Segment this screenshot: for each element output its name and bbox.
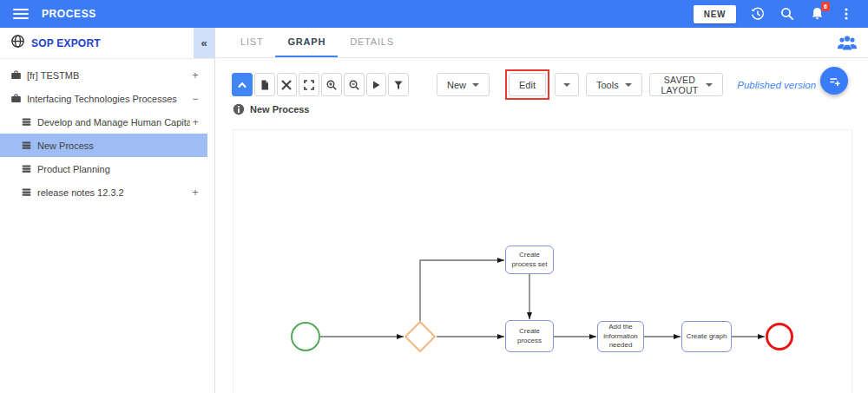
process-icon bbox=[21, 163, 32, 174]
sidebar: SOP EXPORT « [fr] TESTMB + Interfacing T… bbox=[0, 28, 215, 393]
play-icon bbox=[370, 79, 382, 91]
library-title: SOP EXPORT bbox=[31, 37, 101, 49]
flow-add-icon bbox=[828, 75, 841, 88]
fullscreen-brackets-icon bbox=[303, 79, 315, 91]
simulate-button[interactable] bbox=[366, 73, 387, 96]
new-button[interactable]: NEW bbox=[694, 5, 736, 23]
tree-item-label: Product Planning bbox=[37, 164, 110, 174]
edit-button[interactable]: Edit bbox=[509, 73, 546, 96]
app-title: PROCESS bbox=[42, 8, 96, 20]
people-group-icon bbox=[836, 35, 858, 52]
tree-item-new-process[interactable]: New Process bbox=[0, 134, 207, 157]
members-button[interactable] bbox=[833, 31, 861, 55]
export-image-button[interactable] bbox=[254, 73, 275, 96]
tree-item-product-planning[interactable]: Product Planning bbox=[0, 157, 207, 180]
tools-dropdown-button[interactable]: Tools bbox=[586, 73, 642, 96]
caret-down-icon bbox=[706, 83, 713, 87]
graph-toolbar: New Edit Tools SAVED LAYOUT Published ve… bbox=[232, 70, 816, 99]
info-icon bbox=[233, 103, 245, 115]
saved-layout-dropdown-button[interactable]: SAVED LAYOUT bbox=[649, 73, 724, 96]
end-event-node[interactable] bbox=[766, 323, 793, 350]
graph-canvas[interactable]: Create process set Create process Add th… bbox=[233, 129, 852, 393]
tools-dropdown-label: Tools bbox=[596, 80, 619, 90]
tab-bar: LIST GRAPH DETAILS bbox=[216, 28, 868, 58]
history-icon[interactable] bbox=[750, 6, 766, 22]
kebab-menu-icon[interactable] bbox=[838, 6, 854, 22]
process-tree: [fr] TESTMB + Interfacing Technologies P… bbox=[0, 59, 214, 204]
process-info-row: New Process bbox=[233, 102, 309, 116]
filter-funnel-icon bbox=[392, 79, 404, 91]
edit-highlight-box: Edit bbox=[505, 69, 549, 100]
zoom-out-button[interactable] bbox=[344, 73, 365, 96]
edit-button-label: Edit bbox=[519, 80, 536, 90]
tree-item-label: [fr] TESTMB bbox=[27, 70, 79, 81]
caret-down-icon bbox=[563, 83, 570, 87]
tree-item-label: New Process bbox=[37, 141, 94, 151]
expand-icon[interactable]: + bbox=[190, 69, 201, 82]
tree-item-interfacing-processes[interactable]: Interfacing Technologies Processes − bbox=[0, 87, 207, 110]
briefcase-icon bbox=[10, 69, 22, 81]
tab-details[interactable]: DETAILS bbox=[338, 28, 406, 57]
filter-button[interactable] bbox=[388, 73, 409, 96]
version-status-label: Published version bbox=[737, 80, 816, 90]
sidebar-collapse-button[interactable]: « bbox=[194, 28, 214, 58]
notification-count-badge: 6 bbox=[821, 2, 830, 11]
expand-icon[interactable]: + bbox=[190, 187, 201, 199]
topbar-actions: NEW 6 bbox=[694, 5, 868, 23]
process-icon bbox=[21, 140, 32, 151]
tree-item-label: Interfacing Technologies Processes bbox=[27, 94, 177, 104]
tab-list[interactable]: LIST bbox=[228, 28, 275, 57]
new-dropdown-label: New bbox=[447, 80, 466, 90]
tree-item-label: release notes 12.3.2 bbox=[37, 187, 124, 198]
tree-item-label: Develop and Manage Human Capital bbox=[37, 117, 190, 128]
saved-layout-label: SAVED LAYOUT bbox=[660, 75, 700, 95]
task-node-create-graph[interactable]: Create graph bbox=[681, 321, 732, 352]
task-node-create-process-set[interactable]: Create process set bbox=[505, 246, 554, 274]
search-icon[interactable] bbox=[779, 6, 795, 22]
process-title: New Process bbox=[250, 104, 309, 115]
sidebar-header: SOP EXPORT « bbox=[0, 28, 214, 59]
collapse-arrows-icon bbox=[280, 79, 293, 91]
caret-down-icon bbox=[625, 83, 632, 87]
zoom-in-icon bbox=[326, 79, 338, 91]
document-icon bbox=[259, 79, 271, 91]
task-node-create-process[interactable]: Create process bbox=[505, 320, 554, 352]
notifications-bell-icon[interactable]: 6 bbox=[809, 6, 825, 22]
hamburger-menu-icon[interactable] bbox=[13, 9, 29, 19]
briefcase-icon bbox=[10, 93, 22, 104]
process-icon bbox=[21, 116, 32, 128]
app-window: PROCESS NEW 6 SOP EXPORT « bbox=[0, 0, 868, 393]
caret-down-icon bbox=[472, 83, 479, 87]
fit-to-content-button[interactable] bbox=[277, 73, 298, 96]
new-dropdown-button[interactable]: New bbox=[437, 73, 490, 96]
chevron-up-icon bbox=[236, 79, 248, 91]
collapse-minus-icon[interactable]: − bbox=[190, 93, 201, 105]
expand-icon[interactable]: + bbox=[190, 116, 201, 128]
tree-item-fr-testmb[interactable]: [fr] TESTMB + bbox=[0, 63, 207, 87]
tab-graph[interactable]: GRAPH bbox=[275, 28, 338, 57]
zoom-in-button[interactable] bbox=[321, 73, 342, 96]
assign-flow-fab-button[interactable] bbox=[820, 67, 848, 95]
main-content: LIST GRAPH DETAILS bbox=[216, 28, 868, 393]
task-node-add-information[interactable]: Add the information needed bbox=[597, 321, 644, 352]
start-event-node[interactable] bbox=[291, 322, 320, 351]
fullscreen-button[interactable] bbox=[299, 73, 319, 96]
process-icon bbox=[21, 187, 32, 198]
edit-options-dropdown-button[interactable] bbox=[555, 73, 579, 96]
tree-item-develop-human-capital[interactable]: Develop and Manage Human Capital + bbox=[0, 110, 207, 134]
tree-item-release-notes[interactable]: release notes 12.3.2 + bbox=[0, 180, 207, 204]
collapse-toolbar-button[interactable] bbox=[232, 73, 253, 96]
top-bar: PROCESS NEW 6 bbox=[0, 0, 868, 28]
globe-icon bbox=[10, 34, 25, 52]
zoom-out-icon bbox=[348, 79, 360, 91]
